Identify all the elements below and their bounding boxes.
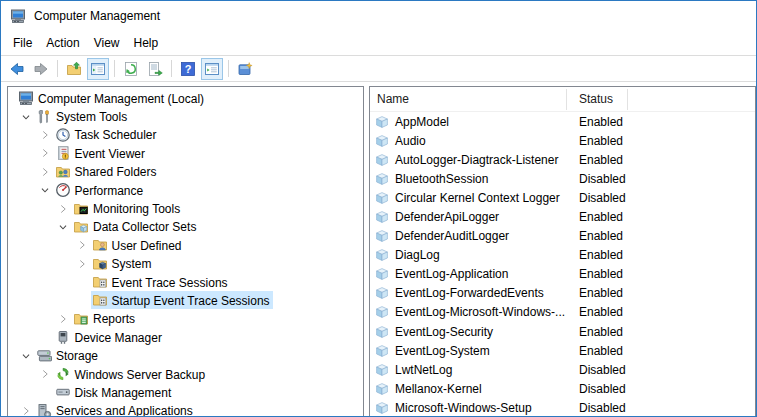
chevron-right-icon[interactable] bbox=[36, 366, 54, 382]
list-item-name-cell: Mellanox-Kernel bbox=[370, 381, 567, 397]
windows-server-backup-icon bbox=[55, 366, 71, 382]
window-title: Computer Management bbox=[34, 9, 160, 23]
tree-item-performance[interactable]: Performance bbox=[8, 181, 363, 199]
list-item-autologger-diagtrack-listener[interactable]: AutoLogger-Diagtrack-ListenerEnabled bbox=[370, 150, 755, 169]
forward-button[interactable] bbox=[30, 58, 52, 80]
list-item-audio[interactable]: AudioEnabled bbox=[370, 131, 755, 150]
list-item-microsoft-windows-setup[interactable]: Microsoft-Windows-SetupDisabled bbox=[370, 398, 755, 416]
expander-spacer bbox=[73, 274, 91, 290]
console-tree-pane: Computer Management (Local)System ToolsT… bbox=[7, 86, 364, 416]
taskpad-button[interactable] bbox=[234, 58, 256, 80]
list-item-status: Enabled bbox=[567, 115, 623, 129]
column-header-status[interactable]: Status bbox=[567, 89, 628, 110]
menu-file[interactable]: File bbox=[6, 33, 39, 53]
list-item-name: EventLog-Security bbox=[395, 325, 493, 339]
tree-item-system[interactable]: System bbox=[8, 255, 363, 273]
tree-item-event-trace-sessions[interactable]: Event Trace Sessions bbox=[8, 273, 363, 291]
tree-item-label: Event Viewer bbox=[75, 146, 145, 161]
tree-item-services-and-applications[interactable]: Services and Applications bbox=[8, 402, 363, 416]
list-item-status: Enabled bbox=[567, 305, 623, 319]
back-button[interactable] bbox=[6, 58, 28, 80]
list-item-name: BluetoothSession bbox=[395, 172, 488, 186]
show-action-pane-button[interactable] bbox=[201, 58, 223, 80]
tree-item-windows-server-backup[interactable]: Windows Server Backup bbox=[8, 365, 363, 383]
menu-help[interactable]: Help bbox=[127, 33, 166, 53]
refresh-button[interactable] bbox=[120, 58, 142, 80]
tree-item-label: Performance bbox=[75, 183, 144, 198]
folder-up-icon bbox=[66, 61, 82, 77]
list-item-bluetoothsession[interactable]: BluetoothSessionDisabled bbox=[370, 169, 755, 188]
list-item-name-cell: LwtNetLog bbox=[370, 362, 567, 378]
chevron-right-icon[interactable] bbox=[54, 201, 72, 217]
show-console-tree-button[interactable] bbox=[87, 58, 109, 80]
export-list-button[interactable] bbox=[144, 58, 166, 80]
tree-item-computer-management-local[interactable]: Computer Management (Local) bbox=[8, 89, 363, 107]
list-item-eventlog-forwardedevents[interactable]: EventLog-ForwardedEventsEnabled bbox=[370, 284, 755, 303]
column-header-name[interactable]: Name bbox=[370, 89, 567, 110]
list-item-name: DiagLog bbox=[395, 248, 440, 262]
list-item-status: Disabled bbox=[567, 382, 626, 396]
chevron-down-icon[interactable] bbox=[17, 348, 35, 364]
chevron-down-icon[interactable] bbox=[17, 109, 35, 125]
tree-item-content: System bbox=[91, 255, 155, 273]
list-item-mellanox-kernel[interactable]: Mellanox-KernelDisabled bbox=[370, 379, 755, 398]
toolbar-separator bbox=[57, 60, 58, 77]
list-item-eventlog-system[interactable]: EventLog-SystemEnabled bbox=[370, 341, 755, 360]
list-item-diaglog[interactable]: DiagLogEnabled bbox=[370, 246, 755, 265]
tree-item-task-scheduler[interactable]: Task Scheduler bbox=[8, 126, 363, 144]
export-list-icon bbox=[147, 61, 163, 77]
list-item-eventlog-microsoft-windows[interactable]: EventLog-Microsoft-Windows-...Enabled bbox=[370, 303, 755, 322]
tree-item-user-defined[interactable]: User Defined bbox=[8, 236, 363, 254]
list-item-status: Disabled bbox=[567, 172, 626, 186]
tree-item-storage[interactable]: Storage bbox=[8, 346, 363, 364]
chevron-right-icon[interactable] bbox=[54, 311, 72, 327]
tree-item-device-manager[interactable]: Device Manager bbox=[8, 328, 363, 346]
tree-item-shared-folders[interactable]: Shared Folders bbox=[8, 163, 363, 181]
help-icon: ? bbox=[180, 61, 196, 77]
expander-spacer bbox=[36, 384, 54, 400]
tree-item-disk-management[interactable]: Disk Management bbox=[8, 383, 363, 401]
session-cube-icon bbox=[374, 209, 390, 225]
list-item-name-cell: BluetoothSession bbox=[370, 171, 567, 187]
tree-item-monitoring-tools[interactable]: Monitoring Tools bbox=[8, 199, 363, 217]
chevron-down-icon[interactable] bbox=[36, 182, 54, 198]
tree-item-label: Task Scheduler bbox=[75, 127, 157, 142]
chevron-right-icon[interactable] bbox=[36, 164, 54, 180]
list-item-defenderapilogger[interactable]: DefenderApiLoggerEnabled bbox=[370, 207, 755, 226]
session-cube-icon bbox=[374, 381, 390, 397]
tree-item-reports[interactable]: Reports bbox=[8, 310, 363, 328]
list-item-lwtnetlog[interactable]: LwtNetLogDisabled bbox=[370, 360, 755, 379]
tree-item-event-viewer[interactable]: Event Viewer bbox=[8, 144, 363, 162]
system-tools-icon bbox=[36, 109, 52, 125]
tree-item-label: Windows Server Backup bbox=[75, 367, 206, 382]
help-button[interactable]: ? bbox=[177, 58, 199, 80]
chevron-down-icon[interactable] bbox=[54, 219, 72, 235]
tree-item-content: User Defined bbox=[91, 236, 185, 254]
list-item-status: Enabled bbox=[567, 344, 623, 358]
tree-item-data-collector-sets[interactable]: Data Collector Sets bbox=[8, 218, 363, 236]
list-item-defenderauditlogger[interactable]: DefenderAuditLoggerEnabled bbox=[370, 227, 755, 246]
list-item-eventlog-security[interactable]: EventLog-SecurityEnabled bbox=[370, 322, 755, 341]
chevron-right-icon[interactable] bbox=[17, 403, 35, 416]
session-cube-icon bbox=[374, 171, 390, 187]
tree-item-content: Reports bbox=[72, 310, 138, 328]
session-cube-icon bbox=[374, 285, 390, 301]
chevron-right-icon[interactable] bbox=[73, 237, 91, 253]
chevron-right-icon[interactable] bbox=[36, 145, 54, 161]
list-item-appmodel[interactable]: AppModelEnabled bbox=[370, 112, 755, 131]
data-collector-sets-folder-icon bbox=[73, 219, 89, 235]
up-one-level-button[interactable] bbox=[63, 58, 85, 80]
tree-item-system-tools[interactable]: System Tools bbox=[8, 107, 363, 125]
tree-item-label: Computer Management (Local) bbox=[38, 91, 204, 106]
tree-item-startup-event-trace-sessions[interactable]: Startup Event Trace Sessions bbox=[8, 291, 363, 309]
tree-item-content: Computer Management (Local) bbox=[17, 89, 207, 107]
list-item-eventlog-application[interactable]: EventLog-ApplicationEnabled bbox=[370, 265, 755, 284]
menu-action[interactable]: Action bbox=[39, 33, 86, 53]
list-item-name: EventLog-ForwardedEvents bbox=[395, 286, 544, 300]
list-item-name-cell: Circular Kernel Context Logger bbox=[370, 190, 567, 206]
title-bar[interactable]: Computer Management bbox=[1, 1, 756, 30]
list-item-circular-kernel-context-logger[interactable]: Circular Kernel Context LoggerDisabled bbox=[370, 188, 755, 207]
chevron-right-icon[interactable] bbox=[73, 256, 91, 272]
menu-view[interactable]: View bbox=[87, 33, 127, 53]
chevron-right-icon[interactable] bbox=[36, 127, 54, 143]
